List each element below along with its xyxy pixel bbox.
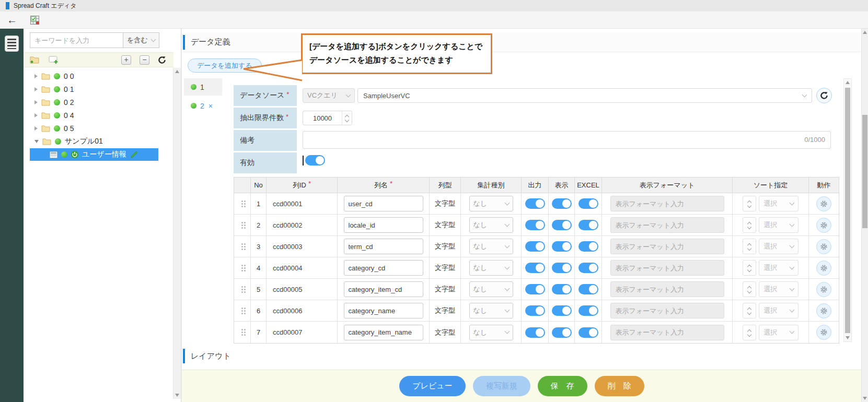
tree-item[interactable]: 0 1 [24,83,173,96]
add-item-icon[interactable] [49,55,59,64]
format-input[interactable] [610,260,724,276]
column-name-input[interactable] [344,303,423,318]
scrollbar-thumb[interactable] [862,115,867,228]
settings-gear-button[interactable] [816,261,831,276]
format-input[interactable] [610,281,724,297]
preview-button[interactable]: プレビュー [399,376,465,396]
sort-select[interactable]: 選択 [759,325,798,340]
display-toggle[interactable] [552,198,572,209]
column-name-input[interactable] [344,217,423,233]
drag-handle[interactable] [234,257,251,279]
back-icon[interactable]: ← [7,15,17,25]
datasource-tab-1[interactable]: 1 [184,78,222,96]
spreadsheet-icon[interactable] [30,16,39,25]
limit-count-field[interactable] [303,111,352,125]
sort-order-spinner[interactable] [743,281,756,297]
drag-handle[interactable] [234,215,251,236]
aggregation-select[interactable]: なし [469,281,513,297]
scroll-up-icon[interactable] [846,81,850,84]
excel-toggle[interactable] [578,305,598,316]
tree-item[interactable]: 0 0 [24,70,173,82]
limit-count-input[interactable] [303,111,342,125]
drag-handle[interactable] [234,193,251,215]
settings-gear-button[interactable] [816,282,831,297]
sort-order-spinner[interactable] [743,325,756,340]
display-toggle[interactable] [552,241,572,252]
display-toggle[interactable] [552,220,572,230]
excel-toggle[interactable] [578,220,598,230]
settings-gear-button[interactable] [816,218,831,233]
page-scrollbar[interactable] [861,29,868,402]
output-toggle[interactable] [525,198,545,209]
sort-order-spinner[interactable] [743,196,756,211]
settings-gear-button[interactable] [816,239,831,254]
output-toggle[interactable] [525,327,545,338]
excel-toggle[interactable] [578,241,598,252]
sort-order-spinner[interactable] [743,239,756,254]
sort-select[interactable]: 選択 [759,260,798,276]
display-toggle[interactable] [552,327,572,338]
sort-select[interactable]: 選択 [759,217,798,233]
aggregation-select[interactable]: なし [469,325,513,340]
panel-scrollbar[interactable] [843,78,852,342]
match-type-select[interactable]: を含む [123,32,159,48]
sort-select[interactable]: 選択 [759,281,798,297]
scroll-up-icon[interactable] [175,70,179,73]
display-toggle[interactable] [552,305,572,316]
expand-arrow-icon[interactable] [34,113,38,117]
aggregation-select[interactable]: なし [469,217,513,233]
number-spinner[interactable] [342,111,352,125]
output-toggle[interactable] [525,241,545,252]
sort-select[interactable]: 選択 [759,196,798,211]
sort-select[interactable]: 選択 [759,239,798,254]
excel-toggle[interactable] [578,263,598,273]
drag-handle[interactable] [234,236,251,257]
save-button[interactable]: 保 存 [538,376,587,396]
sidebar-scrollbar[interactable] [173,68,181,399]
column-name-input[interactable] [344,239,423,254]
spinner-down-icon[interactable] [345,118,349,122]
settings-gear-button[interactable] [816,325,831,340]
settings-gear-button[interactable] [816,196,831,211]
sort-order-spinner[interactable] [743,260,756,276]
scroll-down-icon[interactable] [846,336,850,339]
output-toggle[interactable] [525,263,545,273]
drag-handle[interactable] [234,300,251,322]
output-toggle[interactable] [525,284,545,294]
column-name-input[interactable] [344,325,423,340]
aggregation-select[interactable]: なし [469,303,513,318]
scroll-up-icon[interactable] [863,31,867,34]
remarks-input[interactable] [303,131,831,149]
drag-handle[interactable] [234,322,251,343]
display-toggle[interactable] [552,284,572,294]
excel-toggle[interactable] [578,284,598,294]
datasource-value-combobox[interactable]: SampleUserVC [357,88,812,103]
expand-arrow-icon[interactable] [34,126,38,131]
expand-arrow-icon[interactable] [34,74,38,78]
add-folder-icon[interactable] [30,55,40,64]
tree-refresh-icon[interactable] [158,56,166,64]
format-input[interactable] [610,217,724,233]
delete-button[interactable]: 削 除 [595,376,644,396]
sort-order-spinner[interactable] [743,217,756,233]
search-input[interactable] [30,32,123,48]
tree-item-expanded[interactable]: サンプル01 [24,135,173,148]
tree-item[interactable]: 0 5 [24,122,173,135]
column-name-input[interactable] [344,281,423,297]
display-toggle[interactable] [552,263,572,273]
collapse-arrow-icon[interactable] [34,140,39,143]
format-input[interactable] [610,239,724,254]
expand-arrow-icon[interactable] [34,100,38,104]
tab-close-icon[interactable]: × [209,102,213,110]
sort-select[interactable]: 選択 [759,303,798,318]
format-input[interactable] [610,196,724,211]
tree-item[interactable]: 0 2 [24,96,173,109]
menu-hamburger-icon[interactable] [5,36,19,52]
aggregation-select[interactable]: なし [469,239,513,254]
drag-handle[interactable] [234,279,251,300]
settings-gear-button[interactable] [816,303,831,318]
format-input[interactable] [610,325,724,340]
aggregation-select[interactable]: なし [469,260,513,276]
tree-item[interactable]: 0 4 [24,109,173,122]
excel-toggle[interactable] [578,198,598,209]
